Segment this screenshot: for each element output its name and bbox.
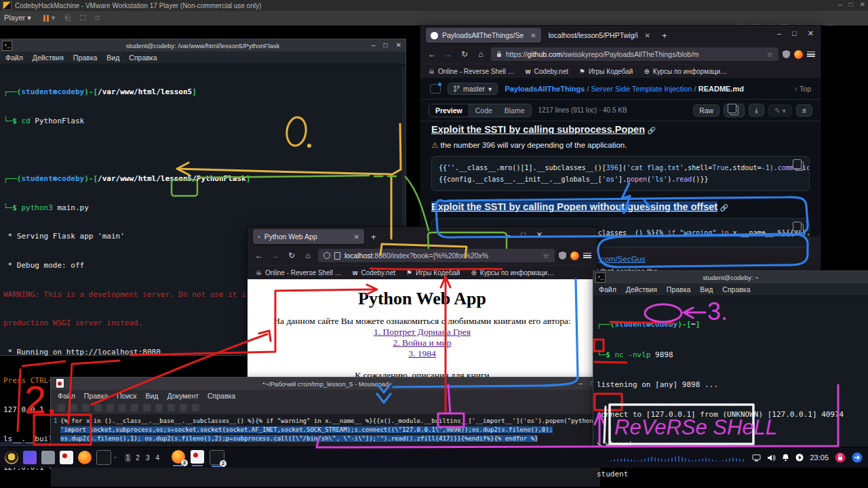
firefox-account-icon[interactable] bbox=[794, 50, 803, 59]
tab-preview[interactable]: Preview bbox=[429, 104, 469, 117]
save-icon[interactable] bbox=[82, 404, 90, 411]
tab-python-web-app[interactable]: • Python Web App✕ bbox=[253, 229, 364, 244]
firefox-maximize-button[interactable]: □ bbox=[792, 29, 797, 38]
player-menu[interactable]: Player ▾ bbox=[4, 14, 31, 22]
redo-icon[interactable] bbox=[131, 404, 138, 411]
terminal2-titlebar[interactable]: ›_ student@codeby: ~ bbox=[593, 271, 868, 283]
breadcrumb-repo[interactable]: PayloadsAllTheThings bbox=[505, 85, 585, 93]
menu-edit[interactable]: Правка bbox=[667, 285, 690, 293]
menu-file[interactable]: Файл bbox=[599, 285, 616, 293]
download-button[interactable]: ⤓ bbox=[749, 104, 764, 117]
taskbutton-mousepad[interactable] bbox=[191, 450, 204, 464]
suspend-button[interactable] bbox=[43, 15, 49, 22]
firefox-launcher-icon[interactable] bbox=[78, 451, 92, 464]
copy-code-icon[interactable] bbox=[795, 224, 804, 233]
copy-code-icon[interactable] bbox=[795, 161, 804, 171]
app-grid-icon[interactable] bbox=[23, 451, 37, 464]
mousepad-titlebar[interactable]: *~/Рабочий стол/tmp_lesson_5 - Mousepad … bbox=[51, 378, 600, 390]
display-icon[interactable] bbox=[752, 454, 761, 462]
menu-file[interactable]: Файл bbox=[58, 392, 75, 400]
tracking-shield-icon[interactable] bbox=[559, 251, 566, 260]
screen-lock-icon[interactable] bbox=[835, 452, 846, 463]
bookmark-star-icon[interactable]: ☆ bbox=[543, 251, 549, 260]
menu-edit[interactable]: Правка bbox=[73, 54, 97, 62]
tab-blame[interactable]: Blame bbox=[498, 104, 531, 117]
save-as-icon[interactable] bbox=[94, 404, 102, 411]
workspace-pager[interactable]: 1 2 3 4 bbox=[125, 453, 161, 462]
menu-hamburger-icon[interactable] bbox=[583, 253, 591, 258]
bookmark-reverse-shell[interactable]: ☠Online - Reverse Shell … bbox=[256, 269, 342, 277]
vmware-close-button[interactable]: ✕ bbox=[860, 1, 865, 8]
forward-button[interactable]: → bbox=[442, 49, 454, 59]
menu-file[interactable]: Файл bbox=[5, 54, 23, 62]
tracking-shield-icon[interactable] bbox=[783, 50, 790, 58]
firefox2-minimize-button[interactable]: – bbox=[506, 230, 510, 239]
outline-button[interactable]: ≡ bbox=[796, 104, 812, 117]
url-bar[interactable]: https://github.com/swisskyrepo/PayloadsA… bbox=[491, 47, 778, 61]
raw-button[interactable]: Raw bbox=[693, 104, 719, 117]
firefox-account-icon[interactable] bbox=[570, 251, 579, 260]
book-link-1[interactable]: 1. Портрет Дориана Грея bbox=[248, 327, 597, 338]
menu-actions[interactable]: Действия bbox=[33, 54, 64, 62]
mousepad-minimize-button[interactable]: – bbox=[578, 378, 583, 390]
undo-icon[interactable] bbox=[119, 404, 126, 411]
terminal1-close-button[interactable]: ✕ bbox=[396, 39, 401, 52]
menu-help[interactable]: Справка bbox=[129, 54, 157, 62]
menu-actions[interactable]: Действия bbox=[626, 285, 657, 293]
file-view-tabs[interactable]: Preview Code Blame bbox=[429, 104, 532, 117]
mousepad-launcher-icon[interactable] bbox=[60, 451, 73, 464]
menu-hamburger-icon[interactable] bbox=[807, 52, 815, 57]
copy-icon[interactable] bbox=[155, 404, 163, 411]
tab-close-icon[interactable]: ✕ bbox=[530, 32, 536, 39]
terminal1-titlebar[interactable]: ›_ student@codeby: /var/www/html/lesson5… bbox=[0, 39, 406, 52]
firefox-minimize-button[interactable]: – bbox=[777, 29, 781, 38]
paste-icon[interactable] bbox=[167, 404, 175, 411]
firefox2-close-button[interactable]: ✕ bbox=[536, 230, 542, 239]
replace-icon[interactable] bbox=[192, 404, 199, 411]
bookmark-codeby[interactable]: wCodeby.net bbox=[526, 68, 568, 75]
anchor-link-icon[interactable]: 🔗 bbox=[719, 204, 728, 211]
fullscreen-icon[interactable]: ⛶ bbox=[80, 14, 85, 22]
tab-close-icon[interactable]: ✕ bbox=[645, 32, 650, 39]
back-button[interactable]: ← bbox=[426, 49, 438, 59]
menu-help[interactable]: Справка bbox=[208, 392, 235, 400]
new-tab-button[interactable]: + bbox=[662, 30, 667, 41]
kali-menu-icon[interactable] bbox=[5, 451, 18, 464]
guest-clock[interactable]: 23:05 bbox=[810, 453, 829, 462]
tab-payloadsallthethings[interactable]: PayloadsAllTheThings/Se✕ bbox=[426, 28, 541, 43]
breadcrumb-dir[interactable]: Server Side Template Injection bbox=[591, 85, 692, 93]
bookmark-courses[interactable]: ⊕Курсы по информаци… bbox=[471, 269, 554, 277]
tab-close-icon[interactable]: ✕ bbox=[354, 233, 359, 241]
cut-icon[interactable] bbox=[143, 404, 151, 411]
back-to-top-link[interactable]: ↑ Top bbox=[794, 85, 811, 93]
session-switch-icon[interactable] bbox=[852, 452, 863, 463]
panel-expand-chevron[interactable]: ^ bbox=[114, 455, 117, 461]
copy-raw-button[interactable] bbox=[724, 104, 745, 117]
reload-button[interactable]: ↻ bbox=[458, 49, 471, 59]
branch-selector[interactable]: master▾ bbox=[448, 83, 498, 95]
back-button[interactable]: ← bbox=[253, 251, 265, 260]
bookmark-games[interactable]: ⚑Игры Кодебай bbox=[579, 68, 633, 75]
workspace-1[interactable]: 1 bbox=[125, 453, 132, 462]
terminal1-minimize-button[interactable]: – bbox=[372, 39, 376, 52]
open-file-icon[interactable] bbox=[70, 404, 77, 411]
ctrl-alt-del-icon[interactable]: ⎗ bbox=[64, 14, 71, 22]
home-button[interactable]: ⌂ bbox=[302, 251, 314, 260]
heading-subprocess-popen[interactable]: Exploit the SSTI by calling subprocess.P… bbox=[431, 124, 645, 134]
power-bolt-icon[interactable] bbox=[795, 453, 804, 462]
terminal1-maximize-button[interactable]: □ bbox=[384, 39, 388, 52]
book-link-2[interactable]: 2. Война и мир bbox=[248, 338, 597, 348]
firefox2-maximize-button[interactable]: □ bbox=[521, 230, 526, 239]
terminal-launcher-icon[interactable] bbox=[96, 450, 111, 465]
edit-pencil-button[interactable]: ✎ ▾ bbox=[768, 104, 792, 117]
forward-button[interactable]: → bbox=[269, 251, 281, 260]
taskbutton-firefox[interactable]: 2 bbox=[172, 450, 185, 464]
heading-popen-no-offset[interactable]: Exploit the SSTI by calling Popen withou… bbox=[431, 201, 717, 212]
tab-localhost-phptwig[interactable]: localhost/lesson5/PHPTwig/i✕ bbox=[544, 28, 655, 43]
menu-view[interactable]: Вид bbox=[700, 285, 713, 293]
close-file-icon[interactable] bbox=[106, 404, 114, 411]
tab-code[interactable]: Code bbox=[469, 104, 498, 117]
menu-document[interactable]: Документ bbox=[167, 392, 199, 400]
firefox-close-button[interactable]: ✕ bbox=[808, 29, 814, 38]
sidebar-toggle-icon[interactable] bbox=[430, 84, 441, 94]
